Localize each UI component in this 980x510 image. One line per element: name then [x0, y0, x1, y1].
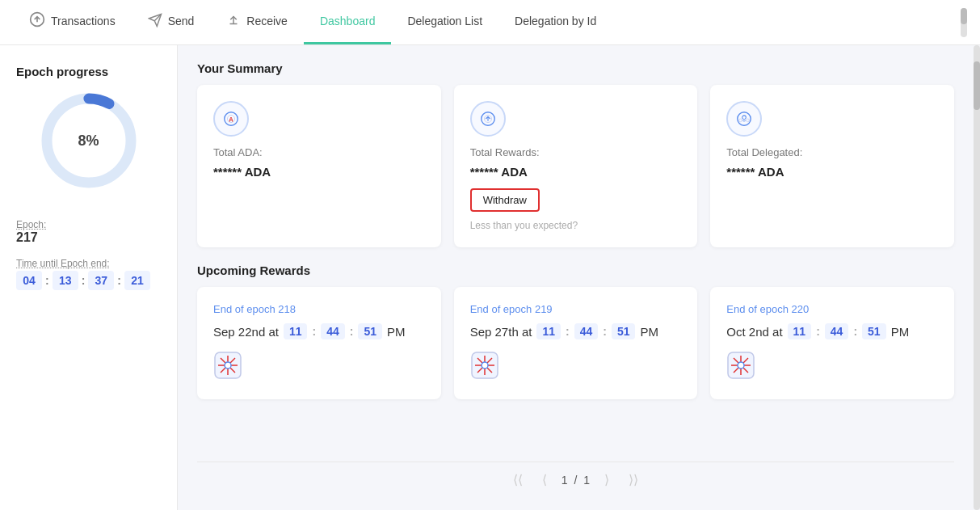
nav-receive[interactable]: Receive [210, 0, 304, 44]
total-delegated-value: ****** ADA [726, 165, 938, 179]
nav-delegation-list[interactable]: Delegation List [391, 0, 498, 44]
epoch-percent-label: 8% [78, 133, 99, 150]
epoch-progress-section: Epoch progress 8% [16, 65, 161, 200]
nav-delegation-by-id[interactable]: Delegation by Id [498, 0, 612, 44]
epoch-218-min: 44 [321, 323, 345, 339]
epoch-label: Epoch: [16, 219, 161, 230]
reward-card-218: End of epoch 218 Sep 22nd at 11 : 44 : 5… [197, 287, 441, 399]
next-page-button[interactable]: ⟩ [599, 469, 614, 491]
epoch-219-hour: 11 [536, 323, 561, 339]
delegated-icon [735, 110, 753, 128]
epoch-219-date: Sep 27th at [470, 325, 532, 339]
page-total: 1 [583, 474, 590, 487]
epoch-219-time: Sep 27th at 11 : 44 : 51 PM [470, 323, 682, 339]
epoch-218-label: End of epoch 218 [213, 303, 425, 315]
svg-point-13 [742, 116, 747, 120]
nav-transactions[interactable]: Transactions [13, 0, 132, 44]
total-rewards-label: Total Rewards: [470, 146, 682, 158]
rewards-icon-circle [470, 101, 506, 137]
svg-point-33 [738, 362, 744, 369]
time-minutes: 37 [88, 271, 114, 290]
epoch-220-label: End of epoch 220 [726, 303, 938, 315]
total-delegated-card: Total Delegated: ****** ADA [710, 85, 954, 247]
ada-icon-circle: A [213, 101, 249, 137]
send-icon [148, 13, 162, 30]
epoch-220-sec: 51 [862, 323, 886, 339]
time-boxes: 04 : 13 : 37 : 21 [16, 271, 161, 290]
summary-cards-row: A Total ADA: ****** ADA [197, 85, 954, 247]
upcoming-rewards-title: Upcoming Rewards [197, 263, 954, 277]
receive-icon [226, 13, 241, 30]
nav-dashboard[interactable]: Dashboard [304, 0, 392, 44]
main-scrollbar[interactable] [974, 45, 980, 510]
epoch-219-min: 44 [574, 323, 599, 339]
total-ada-card: A Total ADA: ****** ADA [197, 85, 441, 247]
less-than-expected: Less than you expected? [470, 220, 682, 231]
upcoming-rewards-cards-row: End of epoch 218 Sep 22nd at 11 : 44 : 5… [197, 287, 954, 399]
sidebar: Epoch progress 8% Epoch: 217 [0, 45, 178, 510]
first-page-button[interactable]: ⟨⟨ [508, 469, 528, 491]
donut-wrapper: 8% [16, 88, 161, 193]
nav-dashboard-label: Dashboard [320, 15, 376, 27]
upcoming-rewards-section: Upcoming Rewards End of epoch 218 Sep 22… [197, 263, 954, 399]
epoch-220-hour: 11 [788, 323, 812, 339]
main-layout: Epoch progress 8% Epoch: 217 [0, 45, 980, 510]
svg-point-14 [739, 119, 742, 122]
epoch-donut-chart: 8% [36, 88, 141, 193]
time-until-label: Time until Epoch end: [16, 258, 161, 269]
epoch-220-period: PM [891, 325, 910, 339]
epoch-220-date: Oct 2nd at [726, 325, 782, 339]
epoch-value: 217 [16, 230, 38, 244]
epoch-219-label: End of epoch 219 [470, 303, 682, 315]
main-content: Your Summary A Total ADA: ****** ADA [178, 45, 974, 510]
main-scrollbar-thumb [974, 61, 980, 110]
total-rewards-value: ****** ADA [470, 165, 682, 179]
epoch-218-hour: 11 [284, 323, 308, 339]
rewards-icon [479, 110, 497, 128]
epoch-219-period: PM [640, 325, 658, 339]
svg-point-21 [225, 362, 231, 369]
time-until-row: Time until Epoch end: 04 : 13 : 37 : 21 [16, 258, 161, 290]
svg-point-15 [747, 119, 750, 122]
epoch-219-pool-icon [470, 351, 682, 383]
epoch-info: Epoch: 217 Time until Epoch end: 04 : 13… [16, 219, 161, 290]
epoch-progress-title: Epoch progress [16, 65, 161, 78]
time-days: 04 [16, 271, 42, 290]
transactions-icon [29, 11, 45, 32]
nav-transactions-label: Transactions [51, 15, 116, 27]
epoch-218-date: Sep 22nd at [213, 325, 279, 339]
nav-delegation-list-label: Delegation List [407, 15, 482, 27]
reward-card-220: End of epoch 220 Oct 2nd at 11 : 44 : 51… [710, 287, 954, 399]
total-delegated-label: Total Delegated: [726, 146, 938, 158]
epoch-218-period: PM [387, 325, 406, 339]
nav-scrollbar-thumb [961, 8, 967, 24]
navbar: Transactions Send Receive Dashboard Dele… [0, 0, 980, 45]
epoch-220-min: 44 [825, 323, 849, 339]
epoch-220-time: Oct 2nd at 11 : 44 : 51 PM [726, 323, 938, 339]
time-seconds: 21 [124, 271, 150, 290]
time-hours: 13 [53, 271, 78, 290]
prev-page-button[interactable]: ⟨ [537, 469, 552, 491]
withdraw-button[interactable]: Withdraw [470, 188, 540, 212]
svg-point-27 [482, 362, 488, 369]
total-rewards-card: Total Rewards: ****** ADA Withdraw Less … [454, 85, 698, 247]
epoch-218-pool-icon [213, 351, 425, 383]
page-separator: / [574, 474, 578, 487]
epoch-number-row: Epoch: 217 [16, 219, 161, 245]
nav-delegation-by-id-label: Delegation by Id [515, 15, 596, 27]
total-ada-value: ****** ADA [213, 165, 425, 179]
nav-send-label: Send [168, 15, 195, 27]
summary-title: Your Summary [197, 61, 954, 75]
pagination: ⟨⟨ ⟨ 1 / 1 ⟩ ⟩⟩ [197, 462, 954, 494]
reward-card-219: End of epoch 219 Sep 27th at 11 : 44 : 5… [454, 287, 698, 399]
total-ada-label: Total ADA: [213, 146, 425, 158]
epoch-218-time: Sep 22nd at 11 : 44 : 51 PM [213, 323, 425, 339]
nav-scrollbar[interactable] [961, 8, 967, 37]
ada-icon: A [222, 110, 240, 128]
epoch-219-sec: 51 [612, 323, 636, 339]
last-page-button[interactable]: ⟩⟩ [624, 469, 643, 491]
nav-receive-label: Receive [246, 15, 288, 27]
epoch-220-pool-icon [726, 351, 938, 383]
nav-send[interactable]: Send [132, 0, 211, 44]
delegated-icon-circle [726, 101, 762, 137]
